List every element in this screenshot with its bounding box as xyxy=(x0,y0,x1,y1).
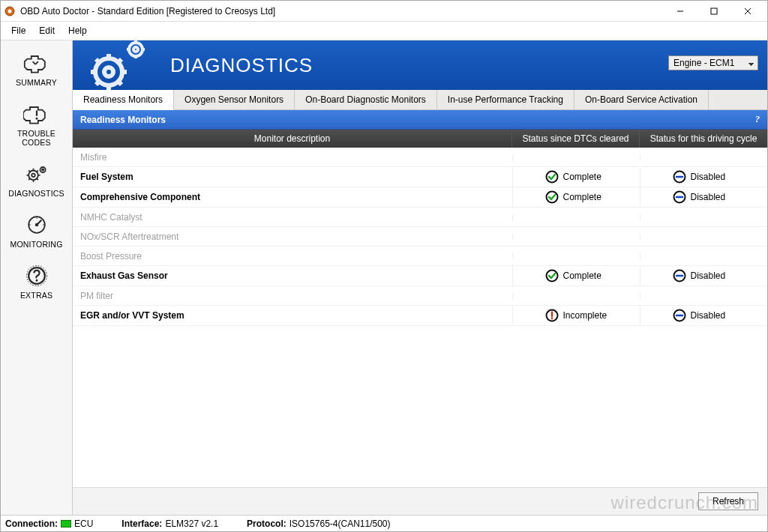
window-close-button[interactable] xyxy=(730,1,764,22)
maximize-icon xyxy=(710,7,718,15)
gears-icon xyxy=(23,162,50,186)
statusbar: Connection: ECU Interface: ELM327 v2.1 P… xyxy=(1,515,767,531)
disabled-status-icon xyxy=(673,170,686,184)
status-since-dtcs xyxy=(512,154,640,160)
table-row: Misfire xyxy=(73,148,767,167)
col-status-since-dtcs: Status since DTCs cleared xyxy=(512,130,640,148)
monitor-name: NOx/SCR Aftertreatment xyxy=(73,228,512,246)
svg-line-35 xyxy=(96,59,99,62)
table-row: EGR and/or VVT System Incomplete Disable… xyxy=(73,306,767,326)
status-connection: Connection: ECU xyxy=(5,519,93,529)
tab-readiness-monitors[interactable]: Readiness Monitors xyxy=(73,90,174,110)
menu-edit[interactable]: Edit xyxy=(33,23,61,38)
window-title: OBD Auto Doctor - Standard Edition [Regi… xyxy=(20,6,663,16)
status-text: Complete xyxy=(563,192,608,202)
status-connection-value: ECU xyxy=(74,519,93,529)
menu-file[interactable]: File xyxy=(5,23,32,38)
complete-status-icon xyxy=(545,269,559,282)
sidebar-label-trouble: TROUBLE CODES xyxy=(2,129,70,147)
tab-inuse-performance-tracking[interactable]: In-use Performance Tracking xyxy=(437,90,574,109)
disabled-status-icon xyxy=(673,269,686,282)
table-body: Misfire Fuel System Complete Disabled Co… xyxy=(73,148,767,487)
page-title: DIAGNOSTICS xyxy=(170,54,313,77)
sidebar-item-extras[interactable]: EXTRAS xyxy=(1,256,72,307)
sidebar-item-diagnostics[interactable]: DIAGNOSTICS xyxy=(1,154,72,205)
tab-onboard-service-activation[interactable]: On-Board Service Activation xyxy=(574,90,709,109)
svg-point-27 xyxy=(35,279,38,282)
svg-point-18 xyxy=(40,167,45,172)
sidebar-label-summary: SUMMARY xyxy=(16,78,57,87)
svg-line-38 xyxy=(118,82,122,85)
svg-line-15 xyxy=(37,171,38,172)
tab-onboard-diagnostic-monitors[interactable]: On-Board Diagnostic Monitors xyxy=(295,90,437,109)
status-this-cycle xyxy=(640,214,767,220)
help-icon[interactable]: ? xyxy=(755,114,760,125)
section-header: Readiness Monitors ? xyxy=(73,110,767,130)
table-row: PM filter xyxy=(73,286,767,306)
minimize-icon xyxy=(676,7,684,15)
monitor-name: Exhaust Gas Sensor xyxy=(73,267,512,285)
status-protocol-value: ISO15765-4(CAN11/500) xyxy=(290,519,391,529)
status-this-cycle xyxy=(640,234,767,240)
svg-point-1 xyxy=(8,9,12,13)
content-area: DIAGNOSTICS Engine - ECM1 Readiness Moni… xyxy=(73,40,767,515)
monitor-name: EGR and/or VVT System xyxy=(73,306,512,324)
menu-help[interactable]: Help xyxy=(62,23,93,38)
monitor-name: Fuel System xyxy=(73,168,512,186)
table-row: NOx/SCR Aftertreatment xyxy=(73,227,767,247)
sidebar-item-monitoring[interactable]: MONITORING xyxy=(1,205,72,256)
svg-line-36 xyxy=(118,59,122,62)
status-since-dtcs: Complete xyxy=(512,187,640,207)
action-bar: wiredcrunch.com Refresh xyxy=(73,487,767,515)
sidebar-item-trouble-codes[interactable]: TROUBLE CODES xyxy=(1,94,72,154)
svg-line-14 xyxy=(28,171,30,172)
monitor-name: Boost Pressure xyxy=(73,247,512,265)
status-this-cycle xyxy=(640,154,767,160)
svg-rect-3 xyxy=(711,8,717,14)
engine-alert-icon xyxy=(23,102,50,126)
close-icon xyxy=(744,7,752,15)
incomplete-status-icon xyxy=(545,309,559,322)
tab-oxygen-sensor-monitors[interactable]: Oxygen Sensor Monitors xyxy=(174,90,295,109)
status-since-dtcs xyxy=(512,253,640,259)
tabs: Readiness Monitors Oxygen Sensor Monitor… xyxy=(73,90,767,110)
table-row: NMHC Catalyst xyxy=(73,208,767,227)
svg-point-8 xyxy=(28,171,38,181)
status-protocol-label: Protocol: xyxy=(247,519,286,529)
status-this-cycle: Disabled xyxy=(640,167,767,187)
status-text: Complete xyxy=(563,172,608,182)
status-since-dtcs: Complete xyxy=(512,167,640,187)
complete-status-icon xyxy=(545,190,559,204)
table-header: Monitor description Status since DTCs cl… xyxy=(73,130,767,148)
table-row: Fuel System Complete Disabled xyxy=(73,167,767,187)
status-this-cycle xyxy=(640,293,767,299)
app-icon xyxy=(4,5,16,17)
status-text: Incomplete xyxy=(563,310,608,321)
sidebar-label-monitoring: MONITORING xyxy=(10,240,62,249)
disabled-status-icon xyxy=(673,309,686,322)
status-this-cycle: Disabled xyxy=(640,187,767,207)
monitor-name: PM filter xyxy=(73,287,512,305)
monitor-name: Comprehensive Component xyxy=(73,188,512,206)
status-text: Disabled xyxy=(691,172,736,182)
banner-gears-icon xyxy=(77,39,167,91)
window-maximize-button[interactable] xyxy=(697,1,730,22)
table-row: Boost Pressure xyxy=(73,247,767,266)
ecu-select[interactable]: Engine - ECM1 xyxy=(668,55,758,70)
refresh-button[interactable]: Refresh xyxy=(698,492,758,510)
svg-point-9 xyxy=(32,174,35,178)
monitor-name: NMHC Catalyst xyxy=(73,208,512,226)
svg-line-22 xyxy=(37,220,41,225)
window-minimize-button[interactable] xyxy=(663,1,697,22)
complete-status-icon xyxy=(545,170,559,184)
col-status-driving-cycle: Status for this driving cycle xyxy=(640,130,767,148)
status-text: Disabled xyxy=(691,310,736,321)
status-since-dtcs xyxy=(512,293,640,299)
page-banner: DIAGNOSTICS Engine - ECM1 xyxy=(73,40,767,90)
sidebar-item-summary[interactable]: SUMMARY xyxy=(1,43,72,94)
svg-line-37 xyxy=(96,82,99,85)
connection-led-icon xyxy=(61,520,71,528)
svg-line-16 xyxy=(28,178,30,180)
status-interface-label: Interface: xyxy=(122,519,162,529)
status-protocol: Protocol: ISO15765-4(CAN11/500) xyxy=(247,519,390,529)
